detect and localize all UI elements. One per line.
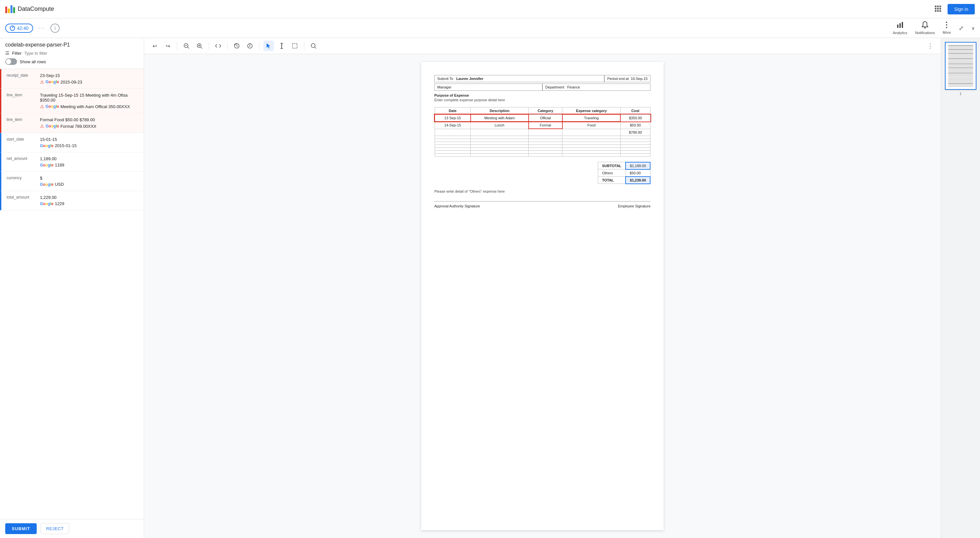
field-parsed-line-item-1: ⚠ Google Meeting with Aam Offical 350.00… [40,104,138,109]
top-nav: DataCompute Sign in [0,0,980,18]
others-value: $50.00 [625,169,650,177]
field-row-total-amount: total_amount 1,229.00 Google 1229 [0,191,144,210]
google-g-2: Google [46,124,59,129]
field-parsed-line-item-2: ⚠ Google Formal 789.00XXX [40,124,138,129]
submit-button[interactable]: SUBMIT [5,523,37,534]
search-button[interactable] [308,41,319,51]
svg-rect-28 [293,44,297,48]
notifications-nav-item[interactable]: Notifications [915,21,935,35]
svg-point-15 [946,27,947,28]
google-g-6: Google [40,202,53,206]
field-name-receipt-date: receipt_date [6,73,36,78]
submit-to-label: Submit To [437,77,453,81]
department-cell: Department Finance [542,84,651,91]
field-parsed-total-amount: Google 1229 [40,201,138,206]
col-expense-category: Expense category [562,107,620,115]
show-all-label: Show all rows [20,59,46,64]
svg-rect-9 [897,25,899,28]
toggle-row: Show all rows [5,58,138,65]
field-values-net-amount: 1,189.00 Google 1189 [40,156,138,167]
cursor-button[interactable] [263,41,274,51]
others-label: Others [598,169,625,177]
field-raw-total-amount: 1,229.00 [40,195,138,200]
sign-in-button[interactable]: Sign in [948,4,975,14]
text-cursor-button[interactable] [277,41,287,51]
svg-rect-10 [899,23,901,28]
expense-table: Date Description Category Expense catego… [434,107,651,157]
svg-rect-3 [935,8,936,10]
subtotal-value: $1,189.00 [625,162,650,169]
google-g-5: Google [40,182,53,187]
table-header-row: Date Description Category Expense catego… [434,107,651,115]
undo-button[interactable]: ↩ [150,41,160,51]
totals-table: SUBTOTAL $1,189.00 Others $50.00 TOTAL $… [598,162,651,184]
doc-header-row-1: Submit To Lauren Jennifer Period end at … [434,75,651,82]
toolbar-sep-4 [259,42,259,50]
parsed-value-net: 1189 [55,162,64,167]
logo: DataCompute [5,5,54,13]
reject-button[interactable]: REJECT [41,523,70,534]
field-raw-currency: $ [40,176,138,180]
doc-page: Submit To Lauren Jennifer Period end at … [421,62,663,530]
field-raw-line-item-1: Traveling 15-Sep-15 15 Meeting with 4m O… [40,93,138,103]
total-label: TOTAL [598,177,625,184]
crop-button[interactable] [290,41,300,51]
cell-cost-2: $50.00 [620,121,650,129]
redo-button[interactable]: ↪ [162,41,173,51]
sub-nav: 42:40 ··· 1 Analytics N [0,18,980,38]
show-all-toggle[interactable] [5,58,17,65]
history-button[interactable] [232,41,242,51]
svg-rect-2 [939,6,941,7]
purpose-label: Purpose of Expense [434,93,651,97]
svg-line-30 [315,47,316,48]
field-parsed-receipt-date: ⚠ Google 2015-09-23 [40,79,138,84]
logo-bar-green [13,7,15,13]
analytics-nav-item[interactable]: Analytics [893,21,907,35]
field-raw-receipt-date: 23-Sep-15 [40,73,138,78]
cell-cat-1: Official [529,115,562,121]
more-nav-item[interactable]: More [943,22,951,34]
approval-label: Approval Authority Signature [434,204,480,208]
total-value: $1,239.00 [625,177,650,184]
field-row-line-item-2: line_item Formal Food $50.00 $789.00 ⚠ G… [0,113,144,133]
field-parsed-start-date: Google 2015-01-15 [40,143,138,148]
timer-value: 42:40 [17,25,29,31]
chevron-down-icon[interactable]: ∨ [972,25,975,31]
parsed-value-currency: USD [55,182,64,187]
parsed-value-total: 1229 [55,201,64,206]
main-layout: codelab-expense-parser-P1 ☰ Filter Show … [0,38,980,538]
logo-icon [5,5,15,13]
expand-icon[interactable]: ⤢ [959,25,964,32]
field-values-total-amount: 1,229.00 Google 1229 [40,195,138,206]
col-category: Category [529,107,562,115]
grid-icon[interactable] [932,3,943,15]
table-row: 14-Sep-15 Lunch Formal Food $50.00 [434,121,651,129]
toolbar-sep-2 [208,42,209,50]
parsed-value-start: 2015-01-15 [55,143,76,148]
field-values-line-item-1: Traveling 15-Sep-15 15 Meeting with 4m O… [40,93,138,109]
filter-input[interactable] [24,51,138,56]
col-date: Date [434,107,471,115]
svg-rect-5 [939,8,941,10]
forward-history-button[interactable] [245,41,255,51]
cell-desc-1: Meeting with Adam [471,115,529,121]
code-button[interactable] [213,41,223,51]
table-row-empty-6 [434,150,651,153]
nav-right: Sign in [932,3,975,15]
zoom-in-button[interactable] [194,41,205,51]
error-icon-1: ⚠ [40,104,44,109]
error-icon: ⚠ [40,79,44,84]
thumbnail-container[interactable] [945,42,977,90]
table-row-empty-7 [434,153,651,156]
more-toolbar-button[interactable]: ⋮ [925,41,935,51]
zoom-out-button[interactable] [181,41,192,51]
svg-rect-7 [937,10,939,12]
signature-row: Approval Authority Signature Employee Si… [434,201,651,208]
field-name-net-amount: net_amount [6,156,36,161]
analytics-icon [896,21,904,30]
cell-desc-3 [471,129,529,136]
field-row-currency: currency $ Google USD [0,172,144,191]
svg-rect-1 [937,6,939,7]
svg-point-29 [311,44,315,48]
field-parsed-currency: Google USD [40,182,138,187]
